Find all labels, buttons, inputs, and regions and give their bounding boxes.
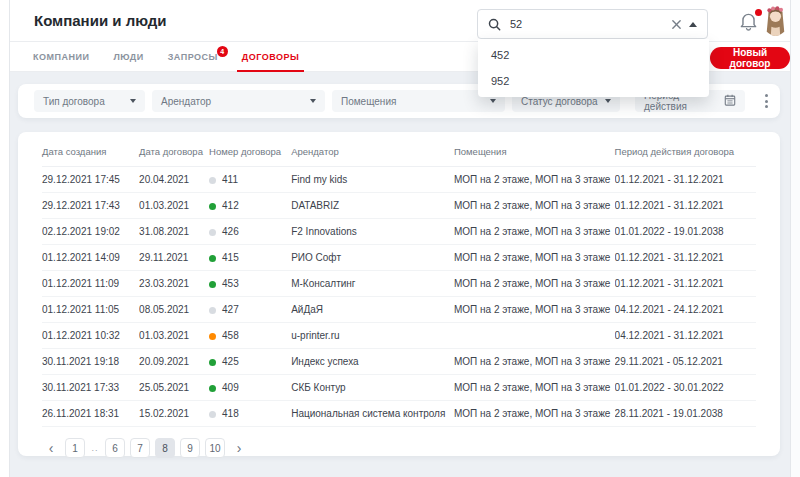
col-number: Номер договора [209,136,291,167]
tab-companies[interactable]: КОМПАНИИ [33,42,89,71]
table-row[interactable]: 01.12.2021 14:0929.11.2021415РИО СофтМОП… [42,245,756,271]
user-avatar[interactable] [761,4,790,38]
table-row[interactable]: 02.12.2021 19:0231.08.2021426F2 Innovati… [42,219,756,245]
cell-contract-date: 23.03.2021 [139,271,209,297]
cell-premises: МОП на 2 этаже, МОП на 3 этаже [454,193,615,219]
page-button-10[interactable]: 10 [205,438,225,458]
pagination: ‹ 1 .. 6 7 8 9 10 › [42,438,756,458]
cell-contract-date: 15.02.2021 [139,401,209,427]
status-dot [209,229,216,236]
col-premises: Помещения [454,136,615,167]
table-row[interactable]: 01.12.2021 10:3201.03.2021458u-printer.r… [42,323,756,349]
contracts-table-card: Дата создания Дата договора Номер догово… [18,132,780,456]
tab-requests[interactable]: ЗАПРОСЫ 4 [168,42,218,71]
cell-tenant: DATABRIZ [291,193,454,219]
table-row[interactable]: 29.12.2021 17:4520.04.2021411Find my kid… [42,167,756,193]
prev-page-icon[interactable]: ‹ [42,438,60,458]
contracts-table-body: 29.12.2021 17:4520.04.2021411Find my kid… [42,167,756,427]
cell-premises: МОП на 2 этаже, МОП на 3 этаже [454,401,615,427]
search-box[interactable] [477,9,708,39]
new-contract-button[interactable]: Новый договор [710,47,790,69]
cell-created: 30.11.2021 19:18 [42,349,139,375]
cell-number: 409 [209,375,291,401]
status-dot [209,411,216,418]
cell-period: 01.01.2022 - 30.01.2022 [615,375,756,401]
table-row[interactable]: 26.11.2021 18:3115.02.2021418Национальна… [42,401,756,427]
cell-tenant: СКБ Контур [291,375,454,401]
cell-tenant: u-printer.ru [291,323,454,349]
collapse-suggestions-icon[interactable] [689,22,697,27]
tab-contracts[interactable]: ДОГОВОРЫ [242,42,300,71]
cell-created: 29.12.2021 17:45 [42,167,139,193]
cell-created: 01.12.2021 11:09 [42,271,139,297]
cell-contract-date: 29.11.2021 [139,245,209,271]
page-button-7[interactable]: 7 [130,438,150,458]
cell-created: 01.12.2021 14:09 [42,245,139,271]
cell-number: 426 [209,219,291,245]
col-period: Период действия договора [615,136,756,167]
cell-created: 01.12.2021 10:32 [42,323,139,349]
cell-created: 30.11.2021 17:33 [42,375,139,401]
table-row[interactable]: 30.11.2021 17:3325.05.2021409СКБ КонтурМ… [42,375,756,401]
calendar-icon [724,94,736,108]
cell-tenant: Национальная система контроля [291,401,454,427]
table-row[interactable]: 01.12.2021 11:0508.05.2021427АйДаЯМОП на… [42,297,756,323]
table-row[interactable]: 01.12.2021 11:0923.03.2021453М-Консалтин… [42,271,756,297]
cell-premises: МОП на 2 этаже, МОП на 3 этаже [454,375,615,401]
cell-contract-date: 31.08.2021 [139,219,209,245]
chevron-down-icon [130,99,136,103]
cell-created: 26.11.2021 18:31 [42,401,139,427]
cell-number: 425 [209,349,291,375]
requests-count-badge: 4 [217,46,228,57]
cell-contract-date: 25.05.2021 [139,375,209,401]
cell-tenant: М-Консалтинг [291,271,454,297]
page-button-6[interactable]: 6 [105,438,125,458]
cell-number: 427 [209,297,291,323]
page-button-1[interactable]: 1 [65,438,85,458]
cell-premises [454,323,615,349]
clear-search-icon[interactable] [671,19,682,30]
filter-tenant[interactable]: Арендатор [152,90,325,112]
suggestion-item[interactable]: 952 [478,68,709,94]
table-row[interactable]: 30.11.2021 19:1820.09.2021425Индекс успе… [42,349,756,375]
filter-contract-type[interactable]: Тип договора [34,90,145,112]
page-title: Компании и люди [34,12,167,29]
status-dot [209,359,216,366]
cell-premises: МОП на 2 этаже, МОП на 3 этаже [454,245,615,271]
status-dot [209,281,216,288]
cell-contract-date: 01.03.2021 [139,323,209,349]
cell-period: 28.11.2021 - 19.01.2038 [615,401,756,427]
cell-number: 412 [209,193,291,219]
right-edge-panel [790,0,800,477]
cell-number: 415 [209,245,291,271]
tab-people[interactable]: ЛЮДИ [113,42,143,71]
notifications-bell-icon[interactable] [739,11,759,32]
page-button-8-active[interactable]: 8 [155,438,175,458]
cell-contract-date: 08.05.2021 [139,297,209,323]
cell-premises: МОП на 2 этаже, МОП на 3 этаже [454,219,615,245]
cell-premises: МОП на 2 этаже, МОП на 3 этаже [454,271,615,297]
next-page-icon[interactable]: › [230,438,248,458]
cell-period: 29.11.2021 - 05.12.2021 [615,349,756,375]
cell-created: 01.12.2021 11:05 [42,297,139,323]
cell-tenant: РИО Софт [291,245,454,271]
left-edge-panel [0,0,10,477]
page-button-9[interactable]: 9 [180,438,200,458]
search-icon [488,18,501,31]
cell-premises: МОП на 2 этаже, МОП на 3 этаже [454,297,615,323]
status-dot [209,385,216,392]
status-dot [209,333,216,340]
cell-created: 02.12.2021 19:02 [42,219,139,245]
table-row[interactable]: 29.12.2021 17:4301.03.2021412DATABRIZМОП… [42,193,756,219]
chevron-down-icon [310,99,316,103]
suggestion-item[interactable]: 452 [478,42,709,68]
more-options-icon[interactable] [762,91,771,111]
main-area: Компании и люди КОМПАНИИ ЛЮДИ ЗАПРОСЫ 4 … [10,0,790,477]
cell-created: 29.12.2021 17:43 [42,193,139,219]
chevron-down-icon [490,99,496,103]
cell-period: 01.12.2021 - 31.12.2021 [615,245,756,271]
cell-period: 01.12.2021 - 31.12.2021 [615,167,756,193]
search-suggestions: 452 952 [478,39,709,97]
search-input[interactable] [508,17,664,31]
pagination-ellipsis: .. [90,443,100,453]
